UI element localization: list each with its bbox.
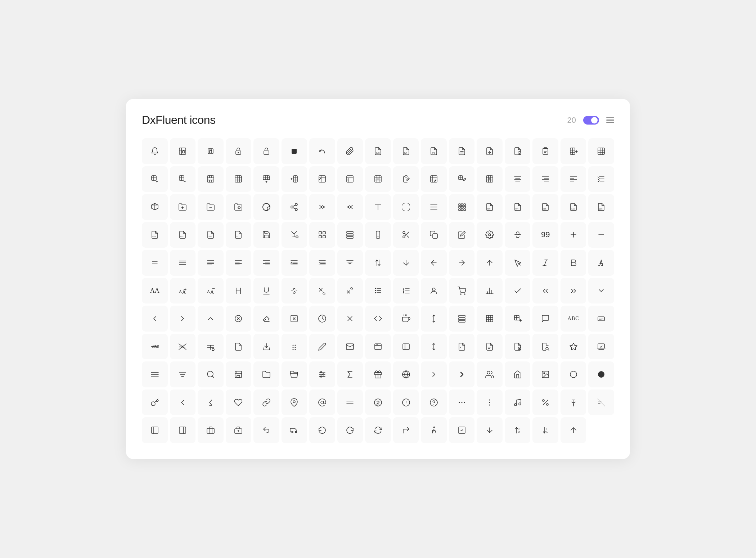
icon-car[interactable]	[282, 417, 307, 443]
icon-sort-az[interactable]: AZ	[505, 417, 531, 443]
icon-font-grow[interactable]: AA	[170, 278, 196, 304]
icon-file-table[interactable]	[477, 334, 503, 360]
icon-percent[interactable]	[532, 390, 558, 415]
icon-grid-plus[interactable]	[505, 306, 531, 332]
icon-document[interactable]	[449, 138, 475, 164]
icon-ellipsis-h[interactable]	[449, 390, 475, 415]
icon-folder-add[interactable]	[170, 194, 196, 220]
icon-fill-color[interactable]	[282, 222, 307, 248]
icon-bell[interactable]	[142, 138, 168, 164]
icon-sort-arrows[interactable]	[365, 250, 391, 276]
icon-table-add[interactable]	[142, 166, 168, 192]
icon-less-than[interactable]	[170, 390, 196, 415]
icon-docx-file[interactable]: DOCX	[142, 222, 168, 248]
icon-lock-square[interactable]	[198, 138, 224, 164]
icon-briefcase[interactable]	[198, 417, 224, 443]
icon-clock[interactable]	[309, 306, 335, 332]
icon-focus[interactable]	[393, 194, 419, 220]
icon-xls-file[interactable]: XLS	[532, 194, 558, 220]
icon-file-check[interactable]	[505, 138, 531, 164]
icon-table-split[interactable]	[588, 138, 614, 164]
icon-settings-gear[interactable]	[477, 222, 503, 248]
icon-folder-remove[interactable]	[198, 194, 224, 220]
icon-list-filter[interactable]	[170, 361, 196, 387]
icon-menu-lines[interactable]	[337, 390, 363, 415]
icon-sort-vertical[interactable]	[421, 334, 447, 360]
icon-drag-handle[interactable]	[282, 334, 307, 360]
icon-chart-bar[interactable]	[477, 278, 503, 304]
icon-sort-asc-filter[interactable]	[337, 250, 363, 276]
icon-italic[interactable]	[532, 250, 558, 276]
icon-undo[interactable]	[253, 417, 279, 443]
icon-menu[interactable]	[421, 194, 447, 220]
icon-chevron-right-bold[interactable]	[449, 361, 475, 387]
icon-users[interactable]	[477, 361, 503, 387]
icon-image[interactable]	[532, 361, 558, 387]
icon-arrow-down[interactable]	[393, 250, 419, 276]
icon-table-split2[interactable]	[226, 166, 252, 192]
icon-circle-fill[interactable]	[588, 361, 614, 387]
icon-save[interactable]	[253, 222, 279, 248]
icon-circle-exclaim[interactable]	[393, 390, 419, 415]
icon-abc-box[interactable]: ABC	[588, 306, 614, 332]
icon-equal-lines[interactable]	[170, 250, 196, 276]
icon-table-rows[interactable]	[337, 222, 363, 248]
icon-xlsx-file[interactable]: XLSX	[561, 194, 586, 220]
icon-square-fill[interactable]	[282, 138, 307, 164]
icon-plus[interactable]	[561, 222, 586, 248]
icon-suitcase[interactable]	[226, 417, 252, 443]
icon-underline[interactable]	[253, 278, 279, 304]
icon-strikethrough-s[interactable]	[282, 278, 307, 304]
icon-file-search[interactable]	[532, 334, 558, 360]
icon-strikethrough[interactable]	[505, 222, 531, 248]
icon-code[interactable]	[365, 306, 391, 332]
icon-link[interactable]	[253, 390, 279, 415]
icon-location[interactable]	[282, 390, 307, 415]
icon-chevron-right-double[interactable]	[561, 278, 586, 304]
icon-cart[interactable]	[449, 278, 475, 304]
icon-pdf-file[interactable]: PDF	[477, 194, 503, 220]
icon-globe[interactable]	[393, 361, 419, 387]
icon-indent-increase[interactable]	[282, 250, 307, 276]
icon-quote[interactable]: 99	[532, 222, 558, 248]
icon-folder-closed[interactable]	[253, 361, 279, 387]
icon-undo2[interactable]	[309, 417, 335, 443]
icon-redo2[interactable]	[393, 417, 419, 443]
icon-table-edit3[interactable]	[449, 166, 475, 192]
icon-file-blank[interactable]	[226, 334, 252, 360]
icon-file-check2[interactable]	[505, 334, 531, 360]
icon-window[interactable]	[365, 334, 391, 360]
icon-table-remove[interactable]	[170, 166, 196, 192]
icon-font-size[interactable]	[588, 250, 614, 276]
icon-list[interactable]	[365, 278, 391, 304]
icon-at[interactable]	[309, 390, 335, 415]
icon-3d-box[interactable]	[142, 194, 168, 220]
icon-chevron-left[interactable]	[142, 306, 168, 332]
icon-chevron-right[interactable]	[170, 306, 196, 332]
icon-lock-table[interactable]	[170, 138, 196, 164]
icon-arrow-left[interactable]	[421, 250, 447, 276]
icon-refresh[interactable]	[365, 417, 391, 443]
icon-text-align-left2[interactable]	[561, 166, 586, 192]
menu-button[interactable]	[606, 117, 614, 123]
icon-table-edit[interactable]	[393, 166, 419, 192]
icon-abc-text[interactable]: ABC	[561, 306, 586, 332]
icon-heart[interactable]	[226, 390, 252, 415]
icon-stack[interactable]	[449, 306, 475, 332]
icon-font-shrink[interactable]: AA	[198, 278, 224, 304]
icon-key[interactable]	[142, 390, 168, 415]
icon-arrow-right-double[interactable]	[309, 194, 335, 220]
icon-checklist[interactable]	[588, 166, 614, 192]
icon-download[interactable]	[253, 334, 279, 360]
icon-sliders[interactable]	[309, 361, 335, 387]
icon-star[interactable]	[561, 334, 586, 360]
icon-apps[interactable]	[449, 194, 475, 220]
icon-ellipsis-v[interactable]	[477, 390, 503, 415]
icon-stack-check[interactable]	[588, 334, 614, 360]
icon-mail[interactable]	[337, 334, 363, 360]
icon-arrow-down-sm[interactable]	[477, 417, 503, 443]
icon-cut-no[interactable]	[588, 390, 614, 415]
icon-cursor[interactable]	[505, 250, 531, 276]
icon-copy[interactable]	[421, 222, 447, 248]
icon-phone[interactable]	[365, 222, 391, 248]
